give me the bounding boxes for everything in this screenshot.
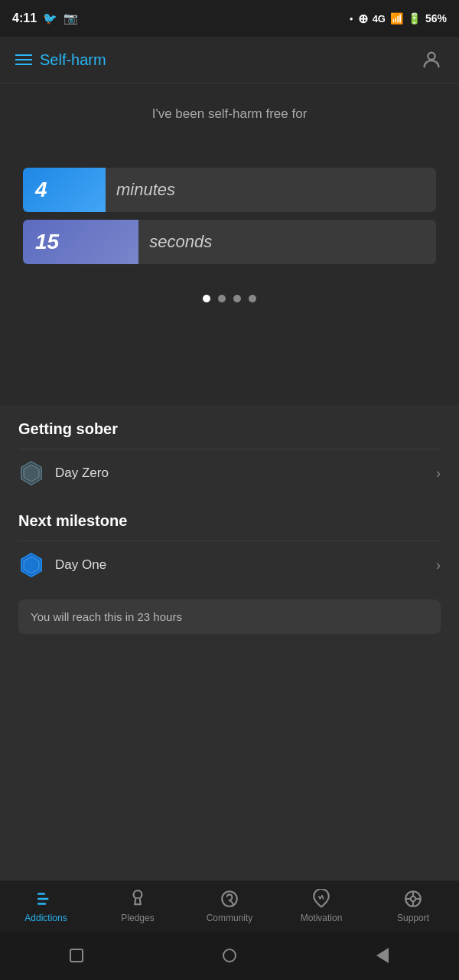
status-bar: 4:11 🐦 📷 ● ⊕ 4G 📶 🔋 56%: [0, 0, 459, 37]
dot-indicator: ●: [350, 15, 353, 22]
status-left: 4:11 🐦 📷: [12, 11, 78, 25]
timer-section: I've been self-harm free for 4 minutes 1…: [0, 83, 459, 405]
profile-button[interactable]: [419, 47, 444, 72]
day-zero-label: Day Zero: [55, 466, 109, 481]
community-icon: [219, 888, 240, 910]
day-one-label: Day One: [55, 557, 106, 573]
support-icon: [402, 888, 424, 910]
getting-sober-section: Getting sober Day Zero ›: [0, 405, 459, 497]
add-circle-icon: ⊕: [358, 11, 368, 26]
support-label: Support: [397, 913, 429, 923]
nav-support[interactable]: Support: [382, 888, 444, 923]
svg-point-0: [428, 53, 435, 60]
milestone-reach-text: You will reach this in 23 hours: [31, 610, 428, 623]
next-milestone-section: Next milestone Day One ›: [0, 497, 459, 589]
back-icon: [376, 948, 389, 963]
chevron-right-icon-2: ›: [436, 557, 441, 573]
seconds-bar: 15 seconds: [23, 220, 436, 264]
timer-subtitle: I've been self-harm free for: [152, 106, 308, 122]
battery-percent: 56%: [425, 12, 447, 24]
instagram-icon: 📷: [63, 11, 78, 25]
motivation-icon: [311, 888, 332, 910]
svg-marker-4: [24, 557, 39, 573]
dot-1: [203, 295, 210, 302]
pledges-label: Pledges: [121, 913, 154, 923]
svg-point-9: [222, 891, 237, 906]
back-button[interactable]: [369, 942, 396, 969]
battery-icon: 🔋: [408, 12, 421, 24]
time-display: 4:11: [12, 11, 37, 25]
seconds-label: seconds: [138, 232, 212, 252]
addictions-icon: [35, 888, 57, 910]
pledges-icon: [127, 888, 148, 910]
signal-icon: 📶: [390, 12, 403, 24]
addictions-label: Addictions: [24, 913, 67, 923]
svg-point-11: [411, 897, 416, 902]
minutes-fill: 4: [23, 168, 106, 212]
nav-community[interactable]: Community: [199, 888, 260, 923]
menu-button[interactable]: [15, 54, 32, 65]
dot-2: [218, 295, 226, 302]
seconds-fill: 15: [23, 220, 138, 264]
motivation-label: Motivation: [301, 913, 343, 923]
day-one-item[interactable]: Day One ›: [18, 541, 441, 589]
seconds-value: 15: [35, 230, 59, 254]
twitter-icon: 🐦: [43, 11, 57, 25]
network-indicator: 4G: [373, 13, 386, 24]
page-dots: [203, 295, 256, 302]
system-nav: [0, 933, 459, 980]
svg-marker-2: [24, 465, 39, 482]
dot-4: [249, 295, 256, 302]
day-zero-item[interactable]: Day Zero ›: [18, 449, 441, 497]
minutes-bar: 4 minutes: [23, 168, 436, 212]
getting-sober-title: Getting sober: [18, 420, 441, 438]
home-button[interactable]: [216, 942, 243, 969]
page-title: Self-harm: [40, 51, 106, 69]
timer-bars: 4 minutes 15 seconds: [15, 168, 444, 272]
info-sections: Getting sober Day Zero › Next milestone: [0, 405, 459, 880]
community-label: Community: [207, 913, 253, 923]
bottom-navigation: Addictions Pledges Community: [0, 880, 459, 933]
day-one-left: Day One: [18, 552, 106, 578]
minutes-label: minutes: [106, 180, 175, 200]
chevron-right-icon: ›: [436, 466, 441, 482]
nav-pledges[interactable]: Pledges: [107, 888, 168, 923]
day-zero-badge: [18, 460, 44, 486]
recent-apps-icon: [70, 949, 83, 962]
app-header: Self-harm: [0, 37, 459, 83]
nav-motivation[interactable]: Motivation: [291, 888, 352, 923]
milestone-reach-box: You will reach this in 23 hours: [18, 599, 441, 634]
nav-addictions[interactable]: Addictions: [15, 888, 76, 923]
status-right: ● ⊕ 4G 📶 🔋 56%: [350, 11, 447, 26]
recent-apps-button[interactable]: [63, 942, 90, 969]
day-zero-left: Day Zero: [18, 460, 109, 486]
home-icon: [223, 949, 236, 962]
header-left: Self-harm: [15, 51, 106, 69]
minutes-value: 4: [35, 178, 47, 202]
dot-3: [233, 295, 241, 302]
next-milestone-title: Next milestone: [18, 512, 441, 530]
day-one-badge: [18, 552, 44, 578]
main-content: I've been self-harm free for 4 minutes 1…: [0, 83, 459, 880]
